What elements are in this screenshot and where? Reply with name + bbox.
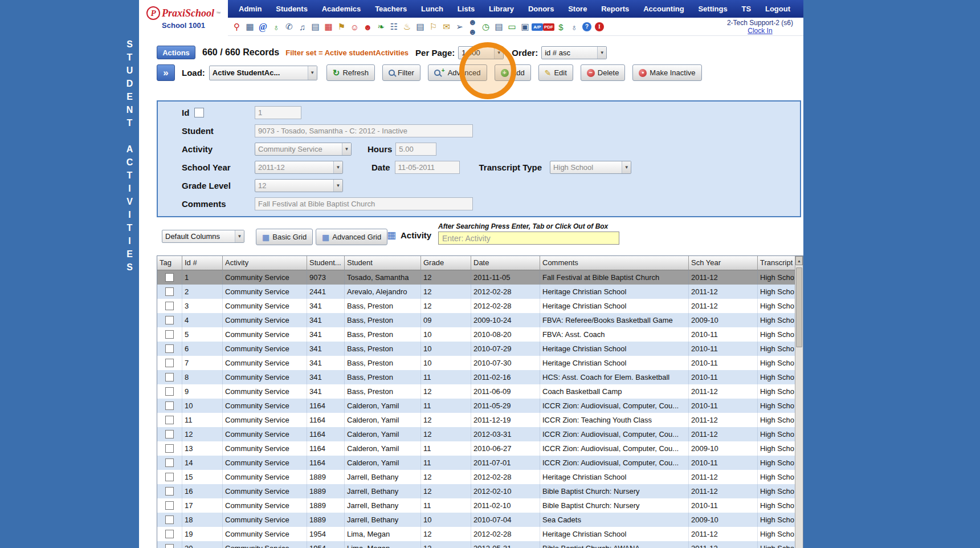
mail-icon[interactable]: ✉: [440, 22, 453, 32]
table-row[interactable]: 3 Community Service 341 Bass, Preston 12…: [157, 299, 796, 313]
column-header[interactable]: Comments: [540, 256, 689, 270]
nav-item[interactable]: Teachers: [372, 5, 410, 13]
vertical-scrollbar[interactable]: ▲: [795, 256, 803, 548]
people-icon[interactable]: ☻☻: [466, 17, 479, 36]
card-icon[interactable]: ▭: [505, 22, 518, 32]
table-row[interactable]: 7 Community Service 341 Bass, Preston 10…: [157, 356, 796, 370]
comments-field[interactable]: [255, 197, 473, 210]
globe2-icon[interactable]: ♁: [567, 22, 581, 32]
praxischool-logo[interactable]: P PraxiSchool ™ School 1001: [139, 0, 228, 36]
row-checkbox[interactable]: [165, 359, 174, 367]
table-row[interactable]: 13 Community Service 1164 Calderon, Yami…: [157, 441, 796, 456]
nav-item[interactable]: Settings: [695, 5, 730, 13]
table-row[interactable]: 5 Community Service 341 Bass, Preston 10…: [157, 327, 796, 342]
row-checkbox[interactable]: [165, 330, 174, 339]
help-icon[interactable]: ?: [582, 22, 591, 31]
pdf-icon[interactable]: PDF: [543, 23, 554, 31]
scroll-up-icon[interactable]: ▲: [795, 256, 803, 265]
audio-icon[interactable]: ♫: [296, 22, 309, 32]
nav-item[interactable]: Admin: [236, 5, 264, 13]
nav-item[interactable]: Logout: [762, 5, 793, 13]
table-row[interactable]: 12 Community Service 1164 Calderon, Yami…: [157, 427, 796, 441]
attachment-icon[interactable]: ❧: [374, 22, 387, 32]
nav-item[interactable]: Lists: [455, 5, 477, 13]
actions-button[interactable]: Actions: [157, 46, 195, 59]
table-row[interactable]: 2 Community Service 2441 Arevalo, Alejan…: [157, 285, 796, 299]
refresh-button[interactable]: ↻ Refresh: [326, 64, 375, 81]
table-row[interactable]: 6 Community Service 341 Bass, Preston 10…: [157, 342, 796, 356]
row-checkbox[interactable]: [165, 287, 174, 296]
table-row[interactable]: 17 Community Service 1889 Jarrell, Betha…: [157, 498, 796, 513]
send-icon[interactable]: ➢: [453, 22, 466, 32]
schedule-icon[interactable]: ▦: [322, 22, 335, 32]
student-field[interactable]: [255, 124, 473, 137]
clock-icon[interactable]: ◷: [479, 22, 492, 32]
edit-button[interactable]: ✎ Edit: [538, 64, 573, 81]
nav-item[interactable]: Lunch: [418, 5, 446, 13]
advanced-grid-button[interactable]: ▦ Advanced Grid: [316, 229, 387, 245]
row-checkbox[interactable]: [165, 344, 174, 353]
notes-icon[interactable]: ▤: [414, 22, 427, 32]
table-row[interactable]: 8 Community Service 341 Bass, Preston 11…: [157, 370, 796, 384]
table-row[interactable]: 18 Community Service 1889 Jarrell, Betha…: [157, 513, 796, 527]
announcement-icon[interactable]: ⚑: [335, 22, 348, 32]
advanced-button[interactable]: + Advanced: [428, 64, 487, 81]
row-checkbox[interactable]: [165, 444, 174, 453]
make-inactive-button[interactable]: • Make Inactive: [632, 64, 701, 81]
grade-level-select[interactable]: 12 ▼: [255, 179, 343, 192]
column-header[interactable]: Tag: [157, 256, 182, 270]
row-checkbox[interactable]: [165, 530, 174, 538]
column-header[interactable]: Student...: [307, 256, 345, 270]
column-header[interactable]: Grade: [421, 256, 471, 270]
table-row[interactable]: 14 Community Service 1164 Calderon, Yami…: [157, 456, 796, 470]
column-header[interactable]: Date: [471, 256, 540, 270]
activity-search-input[interactable]: [438, 232, 619, 245]
power-icon[interactable]: I: [595, 22, 604, 31]
delete-button[interactable]: − Delete: [581, 64, 626, 81]
nav-item[interactable]: Store: [565, 5, 590, 13]
row-checkbox[interactable]: [165, 501, 174, 510]
load-select[interactable]: Active StudentAc... ▼: [209, 66, 317, 80]
filter-button[interactable]: Filter: [382, 64, 420, 81]
row-checkbox[interactable]: [165, 401, 174, 410]
table-row[interactable]: 16 Community Service 1889 Jarrell, Betha…: [157, 484, 796, 498]
row-checkbox[interactable]: [165, 416, 174, 424]
tag-icon[interactable]: ⚐: [427, 22, 440, 32]
order-select[interactable]: id # asc ▼: [541, 46, 607, 59]
hours-field[interactable]: [395, 143, 436, 156]
nav-item[interactable]: Academics: [319, 5, 364, 13]
nav-item[interactable]: Reports: [598, 5, 632, 13]
columns-select[interactable]: Default Columns ▼: [162, 230, 244, 243]
school-year-select[interactable]: 2011-12 ▼: [255, 161, 343, 174]
per-page-select[interactable]: 1,000 ▼: [458, 46, 504, 59]
row-checkbox[interactable]: [165, 373, 174, 381]
column-header[interactable]: Student: [345, 256, 421, 270]
table-row[interactable]: 11 Community Service 1164 Calderon, Yami…: [157, 413, 796, 427]
printer-icon[interactable]: ▣: [518, 22, 532, 32]
row-checkbox[interactable]: [165, 544, 174, 548]
row-checkbox[interactable]: [165, 458, 174, 467]
expand-button[interactable]: »: [157, 64, 175, 81]
nav-item[interactable]: Donors: [525, 5, 557, 13]
row-checkbox[interactable]: [165, 273, 174, 282]
clock-in-link[interactable]: Clock In: [748, 27, 772, 35]
id-checkbox[interactable]: [194, 108, 204, 117]
date-field[interactable]: [395, 161, 460, 174]
list-icon[interactable]: ▤: [492, 22, 505, 32]
globe-icon[interactable]: ♁: [270, 22, 283, 32]
mobile-icon[interactable]: ✆: [283, 22, 296, 32]
table-row[interactable]: 9 Community Service 341 Bass, Preston 12…: [157, 384, 796, 399]
nav-item[interactable]: TS: [739, 5, 754, 13]
calendar-grid-icon[interactable]: ▦: [243, 22, 256, 32]
lunch-icon[interactable]: ♨: [401, 22, 414, 32]
email-at-icon[interactable]: @: [256, 22, 270, 32]
nav-item[interactable]: Accounting: [640, 5, 687, 13]
search-icon[interactable]: ⚲: [230, 22, 243, 32]
add-button[interactable]: + Add: [495, 64, 531, 81]
news-icon[interactable]: ▤: [309, 22, 322, 32]
table-row[interactable]: 4 Community Service 341 Bass, Preston 09…: [157, 313, 796, 327]
row-checkbox[interactable]: [165, 430, 174, 439]
row-checkbox[interactable]: [165, 473, 174, 481]
table-row[interactable]: 15 Community Service 1889 Jarrell, Betha…: [157, 470, 796, 484]
activity-select[interactable]: Community Service ▼: [255, 143, 352, 156]
